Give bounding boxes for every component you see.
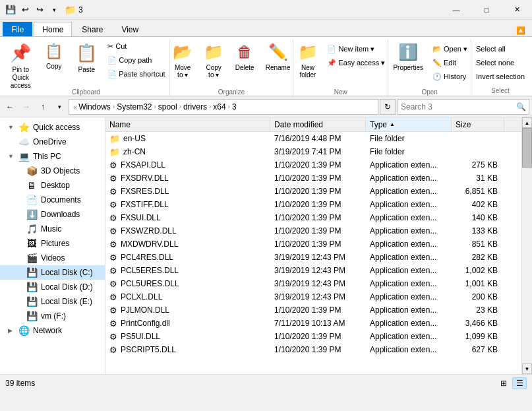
tab-home[interactable]: Home [34, 22, 72, 36]
table-row[interactable]: ⚙ PS5UI.DLL 1/10/2020 1:39 PM Applicatio… [105, 330, 521, 343]
sidebar-item-music[interactable]: 🎵 Music [0, 222, 105, 236]
easy-access-button[interactable]: 📌 Easy access ▾ [324, 56, 388, 69]
sidebar-item-onedrive[interactable]: ☁️ OneDrive [0, 135, 105, 149]
invert-selection-button[interactable]: Invert selection [473, 70, 528, 83]
recent-locations-button[interactable]: ▾ [52, 100, 67, 114]
file-size: 851 KB [452, 238, 504, 250]
search-box[interactable]: 🔍 [398, 99, 529, 115]
tab-share[interactable]: Share [73, 22, 111, 36]
breadcrumb-3[interactable]: 3 [232, 102, 237, 111]
breadcrumb-windows[interactable]: Windows [78, 102, 111, 111]
qat-undo[interactable]: ↩ [18, 3, 32, 16]
sidebar-item-vm--f--[interactable]: 💾 vm (F:) [0, 309, 105, 323]
table-row[interactable]: 📁 zh-CN 3/19/2019 7:41 PM File folder [105, 145, 521, 158]
maximize-button[interactable]: □ [471, 0, 502, 20]
sidebar-item-network[interactable]: ▶ 🌐 Network [0, 323, 105, 338]
scroll-down-button[interactable]: ▼ [522, 364, 532, 374]
qat-redo[interactable]: ↪ [33, 3, 46, 16]
pin-to-quick-access-button[interactable]: 📌 Pin to Quickaccess [3, 40, 38, 87]
scroll-up-button[interactable]: ▲ [522, 117, 532, 128]
table-row[interactable]: ⚙ PrintConfig.dll 7/11/2019 10:13 AM App… [105, 317, 521, 330]
table-row[interactable]: ⚙ PCL5URES.DLL 3/19/2019 12:43 PM Applic… [105, 277, 521, 290]
col-header-name[interactable]: Name [105, 117, 270, 131]
table-row[interactable]: ⚙ PCL4RES.DLL 3/19/2019 12:43 PM Applica… [105, 251, 521, 264]
ribbon-collapse-button[interactable]: 🔼 [512, 25, 529, 36]
scrollbar[interactable]: ▲ ▼ [521, 117, 532, 374]
table-row[interactable]: ⚙ PJLMON.DLL 1/10/2020 1:39 PM Applicati… [105, 303, 521, 317]
sidebar-item-local-disk--e--[interactable]: 💾 Local Disk (E:) [0, 294, 105, 309]
edit-button[interactable]: ✏️ Edit [429, 56, 459, 69]
address-bar[interactable]: « Windows › System32 › spool › drivers ›… [69, 99, 378, 115]
new-folder-button[interactable]: 📁 Newfolder [293, 40, 322, 87]
file-type: Application exten... [366, 317, 452, 329]
breadcrumb-drivers[interactable]: drivers [183, 102, 207, 111]
view-details-button[interactable]: ☰ [512, 377, 527, 389]
breadcrumb-x64[interactable]: x64 [213, 102, 225, 111]
table-row[interactable]: ⚙ PSCRIPT5.DLL 1/10/2020 1:39 PM Applica… [105, 343, 521, 356]
sidebar-item-desktop[interactable]: 🖥 Desktop [0, 178, 105, 193]
sidebar-item-quick-access[interactable]: ▼ ⭐ Quick access [0, 120, 105, 135]
copy-to-button[interactable]: 📁 Copyto ▾ [199, 40, 229, 87]
copy-button[interactable]: 📋 Copy [39, 40, 69, 87]
select-none-button[interactable]: Select none [473, 56, 517, 69]
paste-shortcut-button[interactable]: 📄 Paste shortcut [104, 67, 168, 80]
cut-button[interactable]: ✂ Cut [104, 40, 130, 53]
copy-path-button[interactable]: 📄 Copy path [104, 53, 155, 67]
sidebar-icon: 📄 [26, 195, 37, 205]
file-size: 1,001 KB [452, 278, 504, 290]
qat-save[interactable]: 💾 [4, 3, 17, 16]
file-date: 3/19/2019 12:43 PM [270, 251, 366, 263]
table-row[interactable]: 📁 en-US 7/16/2019 4:48 PM File folder [105, 132, 521, 145]
scroll-thumb[interactable] [522, 128, 532, 168]
table-row[interactable]: ⚙ FXSDRV.DLL 1/10/2020 1:39 PM Applicati… [105, 172, 521, 185]
sidebar-label: OneDrive [33, 137, 67, 146]
sidebar-item-documents[interactable]: 📄 Documents [0, 193, 105, 207]
refresh-button[interactable]: ↻ [380, 99, 396, 115]
minimize-button[interactable]: — [441, 0, 471, 20]
file-date: 1/10/2020 1:39 PM [270, 331, 366, 342]
qat-dropdown[interactable]: ▾ [47, 3, 61, 16]
table-row[interactable]: ⚙ FXSTIFF.DLL 1/10/2020 1:39 PM Applicat… [105, 198, 521, 211]
table-row[interactable]: ⚙ FXSUI.DLL 1/10/2020 1:39 PM Applicatio… [105, 211, 521, 224]
new-item-button[interactable]: 📄 New item ▾ [324, 42, 378, 55]
sidebar-item-local-disk--d--[interactable]: 💾 Local Disk (D:) [0, 280, 105, 294]
breadcrumb-spool[interactable]: spool [158, 102, 177, 111]
properties-button[interactable]: ℹ️ Properties [388, 40, 428, 87]
table-row[interactable]: ⚙ FXSAPI.DLL 1/10/2020 1:39 PM Applicati… [105, 158, 521, 172]
table-row[interactable]: ⚙ FXSWZRD.DLL 1/10/2020 1:39 PM Applicat… [105, 224, 521, 237]
col-header-size[interactable]: Size [452, 117, 504, 131]
up-button[interactable]: ↑ [36, 100, 50, 114]
col-header-date[interactable]: Date modified [270, 117, 366, 131]
table-row[interactable]: ⚙ PCL5ERES.DLL 3/19/2019 12:43 PM Applic… [105, 264, 521, 277]
table-row[interactable]: ⚙ MXDWDRV.DLL 1/10/2020 1:39 PM Applicat… [105, 237, 521, 251]
sidebar-item-downloads[interactable]: ⬇️ Downloads [0, 207, 105, 222]
tab-view[interactable]: View [113, 22, 147, 36]
expand-icon: ▶ [8, 327, 15, 334]
history-button[interactable]: 🕐 History [429, 70, 469, 83]
sidebar-item-videos[interactable]: 🎬 Videos [0, 251, 105, 265]
col-header-type[interactable]: Type ▲ [366, 117, 452, 131]
view-large-icons-button[interactable]: ⊞ [496, 377, 511, 389]
open-group-label: Open [421, 88, 437, 96]
move-to-button[interactable]: 📂 Moveto ▾ [168, 40, 198, 87]
file-type: Application exten... [366, 238, 452, 250]
sidebar-item-local-disk--c--[interactable]: 💾 Local Disk (C:) [0, 265, 105, 280]
paste-button[interactable]: 📋 Paste [70, 40, 103, 87]
select-all-button[interactable]: Select all [473, 42, 509, 55]
search-input[interactable] [401, 102, 516, 111]
open-button[interactable]: 📂 Open ▾ [429, 42, 471, 55]
close-button[interactable]: ✕ [502, 0, 532, 20]
tab-file[interactable]: File [3, 22, 32, 36]
delete-button[interactable]: 🗑 Delete [230, 40, 260, 87]
breadcrumb-system32[interactable]: System32 [117, 102, 152, 111]
rename-button[interactable]: ✏️ Rename [261, 40, 295, 87]
sidebar-label: Local Disk (C:) [41, 268, 93, 277]
back-button[interactable]: ← [3, 100, 17, 114]
sidebar-item-3d-objects[interactable]: 📦 3D Objects [0, 164, 105, 178]
sidebar-item-pictures[interactable]: 🖼 Pictures [0, 236, 105, 251]
sidebar-item-this-pc[interactable]: ▼ 💻 This PC [0, 149, 105, 164]
table-row[interactable]: ⚙ FXSRES.DLL 1/10/2020 1:39 PM Applicati… [105, 185, 521, 198]
sidebar-icon: 🖥 [26, 180, 37, 191]
forward-button[interactable]: → [19, 100, 34, 114]
table-row[interactable]: ⚙ PCLXL.DLL 3/19/2019 12:43 PM Applicati… [105, 290, 521, 303]
